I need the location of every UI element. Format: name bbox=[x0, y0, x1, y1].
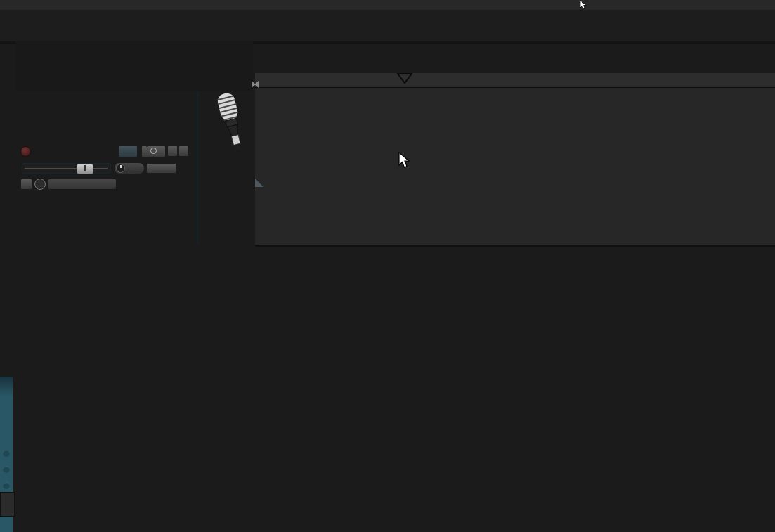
midi-input-dropdown[interactable] bbox=[48, 179, 117, 190]
microphone-icon bbox=[202, 91, 248, 169]
fader-groove bbox=[25, 168, 108, 169]
track-control-panel bbox=[18, 90, 249, 243]
collapse-button[interactable] bbox=[20, 179, 32, 190]
mixer-strip bbox=[0, 377, 13, 532]
timeline-ruler[interactable] bbox=[255, 73, 775, 88]
io-button[interactable] bbox=[118, 145, 138, 157]
fx-toolbar bbox=[0, 10, 775, 44]
mouse-cursor bbox=[398, 152, 410, 169]
mixer-knob-icon[interactable] bbox=[3, 466, 10, 473]
track-meter-strip[interactable] bbox=[180, 91, 198, 243]
reaper-window bbox=[0, 0, 775, 532]
track-name-field[interactable] bbox=[32, 145, 120, 156]
mixer-knob-icon[interactable] bbox=[3, 450, 10, 457]
phase-button[interactable] bbox=[34, 179, 46, 190]
waveform bbox=[255, 73, 466, 179]
fade-in-handle[interactable] bbox=[255, 179, 263, 187]
volume-fader[interactable] bbox=[22, 163, 111, 174]
power-icon bbox=[150, 148, 157, 154]
track-icon-area[interactable] bbox=[202, 91, 248, 243]
pan-knob-icon bbox=[116, 164, 125, 173]
arrange-view[interactable] bbox=[255, 73, 775, 532]
toolbar-mouse-cursor bbox=[579, 0, 587, 10]
pan-knob[interactable] bbox=[114, 162, 145, 174]
fader-notch bbox=[84, 165, 86, 171]
track-fx-button[interactable] bbox=[141, 145, 166, 157]
mixer-knob-icon[interactable] bbox=[3, 482, 10, 489]
fader-handle[interactable] bbox=[77, 164, 93, 174]
track-panel-surface[interactable] bbox=[18, 91, 178, 243]
audio-item-leadvox[interactable] bbox=[255, 73, 466, 179]
play-cursor-marker[interactable] bbox=[397, 73, 412, 84]
record-arm-button[interactable] bbox=[20, 146, 31, 157]
spacer bbox=[146, 145, 148, 147]
mute-button[interactable] bbox=[167, 145, 178, 157]
mixer-master-send-button[interactable] bbox=[0, 492, 15, 517]
monitor-button[interactable] bbox=[146, 163, 176, 174]
loop-end-marker[interactable] bbox=[252, 81, 256, 88]
plugin-grid bbox=[15, 41, 253, 91]
